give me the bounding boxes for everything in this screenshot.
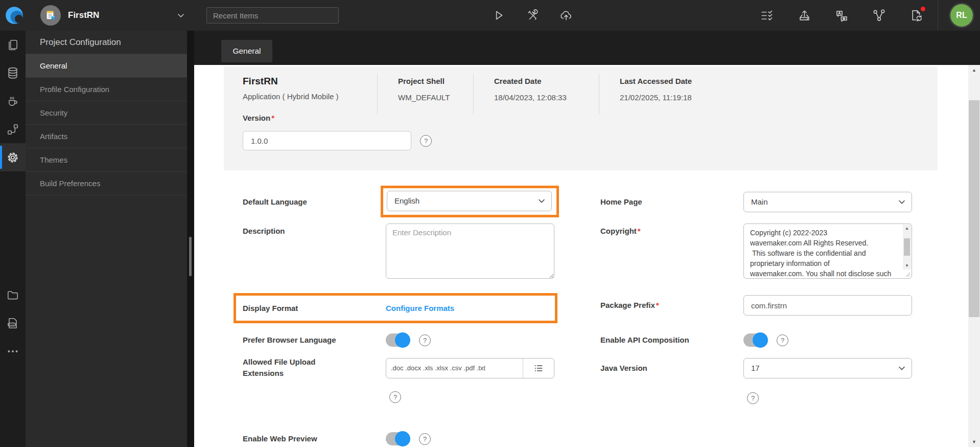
settings-sidebar: Project Configuration General Profile Co… (26, 31, 187, 447)
project-title: FirstRN (243, 76, 377, 87)
content-scrollbar[interactable]: ▲ ▼ (968, 65, 980, 447)
gear-icon (6, 151, 19, 164)
project-shell-label: Project Shell (398, 77, 473, 85)
sidebar-item-profile-configuration[interactable]: Profile Configuration (26, 78, 187, 101)
share-button[interactable] (870, 6, 888, 25)
svg-text:LOG: LOG (9, 323, 14, 326)
topbar-right: RL (758, 0, 973, 31)
play-icon (492, 9, 505, 22)
icon-rail: LOG (0, 31, 26, 447)
sidebar-item-security[interactable]: Security (26, 101, 187, 125)
enable-api-composition-help-icon[interactable]: ? (777, 334, 788, 346)
sidebar-item-build-preferences[interactable]: Build Preferences (26, 172, 187, 195)
user-avatar[interactable]: RL (950, 4, 973, 27)
rail-item-files[interactable] (0, 281, 26, 309)
sidebar-item-themes[interactable]: Themes (26, 148, 187, 172)
required-marker: * (638, 227, 641, 235)
database-icon (6, 66, 19, 80)
sidebar-scrollbar-thumb[interactable] (189, 237, 192, 276)
copyright-scrollbar-thumb[interactable] (904, 238, 910, 256)
sidebar-item-general[interactable]: General (26, 54, 187, 78)
translate-button[interactable] (832, 6, 851, 25)
tab-bar: General (194, 31, 980, 65)
java-version-help-icon[interactable]: ? (747, 392, 759, 404)
rail-item-logs[interactable]: LOG (0, 309, 26, 337)
run-button[interactable] (489, 6, 508, 25)
default-language-select[interactable]: English (387, 191, 552, 211)
cloud-upload-icon (559, 9, 573, 22)
copyright-text: Copyright (c) 2022-2023 wavemaker.com Al… (744, 224, 897, 278)
scroll-up-icon[interactable]: ▲ (905, 226, 909, 231)
translate-icon (835, 9, 849, 23)
enable-web-preview-help-icon[interactable]: ? (419, 433, 431, 445)
default-language-label: Default Language (243, 192, 307, 212)
share-branch-icon (872, 9, 886, 23)
home-page-label: Home Page (600, 192, 642, 212)
created-date-value: 18/04/2023, 12:08:33 (494, 93, 599, 102)
project-name: FirstRN (68, 0, 99, 31)
checklist-icon (760, 9, 774, 23)
scroll-down-icon[interactable]: ▼ (905, 263, 909, 268)
version-help-icon[interactable]: ? (420, 135, 432, 147)
package-prefix-label: Package Prefix* (600, 295, 659, 316)
api-flow-icon (6, 123, 19, 136)
rail-item-more[interactable] (0, 337, 26, 365)
deploy-button[interactable] (557, 6, 575, 25)
copyright-textarea[interactable]: Copyright (c) 2022-2023 wavemaker.com Al… (743, 223, 912, 279)
export-button[interactable] (795, 6, 813, 25)
chevron-down-icon (538, 198, 545, 204)
tab-general[interactable]: General (221, 40, 272, 62)
notification-dot (921, 7, 925, 11)
topbar-divider (938, 0, 938, 31)
log-file-icon: LOG (6, 317, 19, 330)
package-prefix-input[interactable] (743, 295, 912, 316)
toggle-knob (753, 332, 768, 348)
enable-api-composition-toggle[interactable] (743, 333, 767, 347)
scroll-up-icon[interactable]: ▲ (968, 68, 980, 73)
allowed-extensions-control: .doc .docx .xls .xlsx .csv .pdf .txt (386, 358, 554, 378)
rail-item-java[interactable] (0, 87, 26, 115)
enable-api-composition-label: Enable API Composition (600, 330, 689, 350)
sync-button[interactable] (907, 6, 925, 25)
sidebar-item-artifacts[interactable]: Artifacts (26, 125, 187, 148)
rail-item-apis[interactable] (0, 115, 26, 143)
chevron-down-icon[interactable] (175, 9, 187, 21)
project-avatar[interactable] (40, 5, 61, 26)
rail-item-pages[interactable] (0, 31, 26, 59)
copyright-scrollbar[interactable]: ▲ ▼ (903, 225, 911, 270)
general-settings-content: FirstRN Application ( Hybrid Mobile ) Pr… (194, 65, 980, 447)
required-marker: * (271, 114, 274, 122)
toggle-knob (395, 431, 410, 446)
list-icon (533, 363, 544, 373)
prefer-browser-language-toggle[interactable] (386, 333, 409, 347)
enable-web-preview-toggle[interactable] (386, 432, 409, 445)
wavemaker-logo[interactable] (4, 5, 26, 26)
sidebar-scrollbar[interactable] (187, 31, 194, 447)
description-label: Description (243, 227, 285, 235)
prefer-browser-language-help-icon[interactable]: ? (419, 334, 431, 346)
required-marker: * (656, 301, 659, 309)
allowed-extensions-help-icon[interactable]: ? (389, 391, 401, 403)
rail-item-settings[interactable] (0, 143, 26, 171)
configure-formats-link[interactable]: Configure Formats (386, 296, 454, 321)
recent-items-input[interactable] (206, 7, 339, 24)
created-date-label: Created Date (494, 77, 599, 85)
resize-grip-icon[interactable] (905, 272, 911, 277)
home-page-select[interactable]: Main (743, 192, 912, 212)
rail-item-database[interactable] (0, 59, 26, 87)
allowed-extensions-input[interactable]: .doc .docx .xls .xlsx .csv .pdf .txt (386, 359, 523, 378)
version-input[interactable] (243, 131, 411, 150)
checklist-button[interactable] (758, 6, 776, 25)
java-version-select[interactable]: 17 (743, 358, 912, 378)
display-format-label: Display Format (243, 296, 298, 321)
project-doc-icon (45, 10, 56, 21)
rail-bottom-group: LOG (0, 281, 26, 365)
coffee-icon (6, 95, 19, 108)
content-scrollbar-thumb[interactable] (969, 100, 979, 317)
top-bar: FirstRN (0, 0, 980, 31)
scroll-down-icon[interactable]: ▼ (968, 439, 980, 444)
description-textarea[interactable] (386, 223, 554, 279)
allowed-extensions-list-button[interactable] (523, 359, 554, 378)
tools-button[interactable] (523, 6, 542, 25)
chevron-down-icon (898, 366, 905, 371)
